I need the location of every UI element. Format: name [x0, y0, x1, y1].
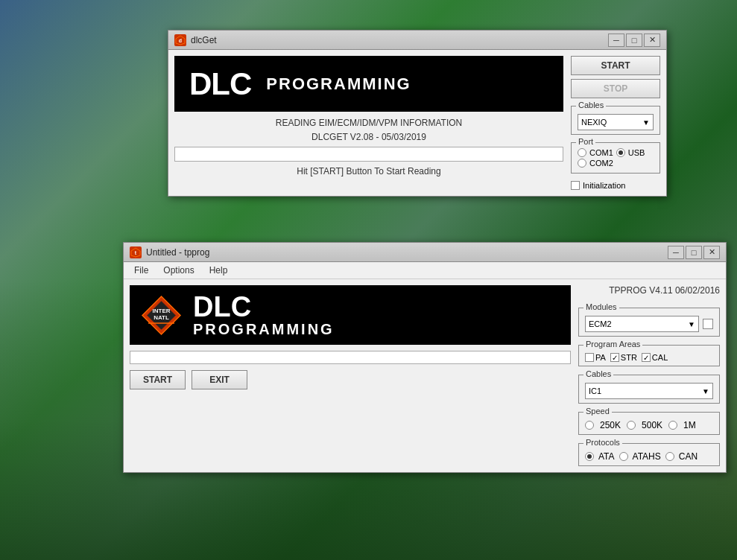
tpprog-banner-programming: PROGRAMMING [193, 321, 335, 338]
dlcget-banner-programming: PROGRAMMING [266, 74, 411, 94]
tpprog-title-text: Untitled - tpprog [146, 247, 668, 258]
tpprog-protocols-group: Protocols ATA ATAHS CAN [578, 443, 720, 466]
tpprog-menu-file[interactable]: File [127, 264, 156, 277]
dlcget-cables-select[interactable]: NEXIQ ▼ [578, 114, 654, 130]
tpprog-minimize-btn[interactable]: ─ [668, 246, 684, 259]
dlcget-banner: DLC PROGRAMMING [174, 56, 563, 112]
tpprog-banner-dlc: DLC [193, 293, 335, 321]
dlcget-cables-label: Cables [576, 101, 606, 109]
tpprog-cal-label: CAL [652, 353, 668, 362]
dlcget-com2-radio[interactable] [578, 159, 586, 168]
dlcget-init-label: Initialization [583, 181, 625, 190]
tpprog-icon: t [130, 246, 142, 258]
tpprog-cables-label: Cables [583, 369, 613, 378]
dlcget-com1-radio[interactable] [578, 148, 586, 157]
tpprog-str-item: ✓ STR [610, 353, 637, 362]
tpprog-speed-label: Speed [583, 407, 612, 416]
tpprog-menu-help[interactable]: Help [202, 264, 235, 277]
dlcget-init-checkbox[interactable] [571, 181, 580, 190]
tpprog-cables-select[interactable]: IC1 ▼ [585, 383, 713, 399]
dlcget-com1-row: COM1 USB [578, 148, 654, 157]
tpprog-pa-row: PA ✓ STR ✓ CAL [585, 353, 713, 362]
tpprog-speed-500k-label: 500K [642, 420, 662, 430]
tpprog-modules-label: Modules [583, 302, 619, 311]
tpprog-version-text: TPPROG V4.11 06/02/2016 [578, 285, 720, 296]
dlcget-com2-label: COM2 [589, 159, 613, 168]
tpprog-proto-atahs-label: ATAHS [633, 451, 661, 462]
dlcget-content: DLC PROGRAMMING READING EIM/ECM/IDM/VPM … [168, 50, 666, 196]
tpprog-program-areas-group: Program Areas PA ✓ STR ✓ CAL [578, 345, 720, 366]
tpprog-module-checkbox[interactable] [703, 319, 713, 329]
international-logo: INTER NATL [141, 295, 182, 336]
tpprog-modules-group: Modules ECM2 ▼ [578, 308, 720, 337]
tpprog-content: INTER NATL DLC PROGRAMMING START EXIT TP [124, 279, 726, 472]
tpprog-right-panel: TPPROG V4.11 06/02/2016 Modules ECM2 ▼ P… [578, 285, 720, 466]
tpprog-progress-bar [130, 351, 571, 364]
tpprog-proto-can-radio[interactable] [665, 452, 674, 461]
svg-text:NATL: NATL [154, 314, 169, 321]
dlcget-maximize-btn[interactable]: □ [626, 34, 642, 47]
tpprog-speed-1m-label: 1M [683, 420, 696, 430]
tpprog-speed-250k-radio[interactable] [585, 421, 594, 430]
tpprog-cal-item: ✓ CAL [642, 353, 668, 362]
dlcget-port-label: Port [576, 137, 595, 146]
tpprog-menu-bar: File Options Help [124, 262, 726, 279]
tpprog-module-row: ECM2 ▼ [585, 316, 713, 332]
tpprog-title-controls: ─ □ ✕ [668, 246, 720, 259]
tpprog-left-panel: INTER NATL DLC PROGRAMMING START EXIT [130, 285, 571, 466]
tpprog-menu-options[interactable]: Options [156, 264, 201, 277]
tpprog-banner-text: DLC PROGRAMMING [193, 293, 335, 338]
tpprog-window: t Untitled - tpprog ─ □ ✕ File Options H… [123, 242, 727, 473]
tpprog-modules-select[interactable]: ECM2 ▼ [585, 316, 699, 332]
tpprog-str-label: STR [621, 353, 637, 362]
tpprog-pa-checkbox[interactable] [585, 353, 594, 362]
dlcget-cables-arrow-icon: ▼ [642, 118, 650, 127]
tpprog-proto-atahs-radio[interactable] [619, 452, 628, 461]
tpprog-exit-button[interactable]: EXIT [192, 370, 247, 389]
dlcget-title-controls: ─ □ ✕ [608, 34, 660, 47]
dlcget-status-text: Hit [START] Button To Start Reading [174, 166, 563, 176]
tpprog-banner: INTER NATL DLC PROGRAMMING [130, 285, 571, 345]
tpprog-cal-checkbox[interactable]: ✓ [642, 353, 651, 362]
dlcget-usb-radio[interactable] [616, 148, 625, 157]
tpprog-start-button[interactable]: START [130, 370, 186, 389]
dlcget-right-panel: START STOP Cables NEXIQ ▼ Port COM1 USB [571, 56, 660, 190]
dlcget-banner-dlc: DLC [189, 66, 251, 102]
dlcget-minimize-btn[interactable]: ─ [608, 34, 624, 47]
dlcget-port-group: Port COM1 USB COM2 [571, 142, 660, 174]
dlcget-cables-group: Cables NEXIQ ▼ [571, 106, 660, 135]
dlcget-icon: d [174, 34, 186, 46]
dlcget-title-bar: d dlcGet ─ □ ✕ [168, 31, 666, 50]
tpprog-speed-row: 250K 500K 1M [585, 420, 713, 430]
dlcget-info-line2: DLCGET V2.08 - 05/03/2019 [174, 132, 563, 142]
tpprog-speed-250k-label: 250K [600, 420, 621, 430]
tpprog-modules-arrow-icon: ▼ [688, 320, 695, 328]
tpprog-maximize-btn[interactable]: □ [686, 246, 702, 259]
dlcget-progress-bar [174, 147, 563, 162]
tpprog-proto-can-label: CAN [679, 451, 698, 462]
tpprog-bottom-controls: START EXIT [130, 370, 571, 389]
dlcget-init-row: Initialization [571, 181, 660, 190]
tpprog-str-checkbox[interactable]: ✓ [610, 353, 619, 362]
svg-text:d: d [179, 38, 182, 43]
tpprog-proto-ata-radio[interactable] [585, 452, 594, 461]
dlcget-start-button[interactable]: START [571, 56, 660, 75]
tpprog-proto-ata-label: ATA [598, 451, 615, 462]
dlcget-title-text: dlcGet [191, 35, 608, 45]
dlcget-com2-row: COM2 [578, 159, 654, 168]
tpprog-protocols-row: ATA ATAHS CAN [585, 451, 713, 462]
dlcget-stop-button[interactable]: STOP [571, 79, 660, 98]
tpprog-speed-500k-radio[interactable] [627, 421, 636, 430]
tpprog-speed-group: Speed 250K 500K 1M [578, 412, 720, 435]
dlcget-window: d dlcGet ─ □ ✕ DLC PROGRAMMING READING E… [168, 30, 667, 197]
tpprog-title-bar: t Untitled - tpprog ─ □ ✕ [124, 243, 726, 262]
dlcget-com1-label: COM1 [589, 148, 613, 157]
tpprog-close-btn[interactable]: ✕ [703, 246, 720, 259]
tpprog-pa-item: PA [585, 353, 606, 362]
dlcget-info-line1: READING EIM/ECM/IDM/VPM INFORMATION [174, 118, 563, 128]
tpprog-cables-group: Cables IC1 ▼ [578, 375, 720, 404]
dlcget-usb-label: USB [628, 148, 645, 157]
tpprog-speed-1m-radio[interactable] [668, 421, 677, 430]
svg-text:INTER: INTER [153, 308, 171, 314]
dlcget-close-btn[interactable]: ✕ [644, 34, 660, 47]
